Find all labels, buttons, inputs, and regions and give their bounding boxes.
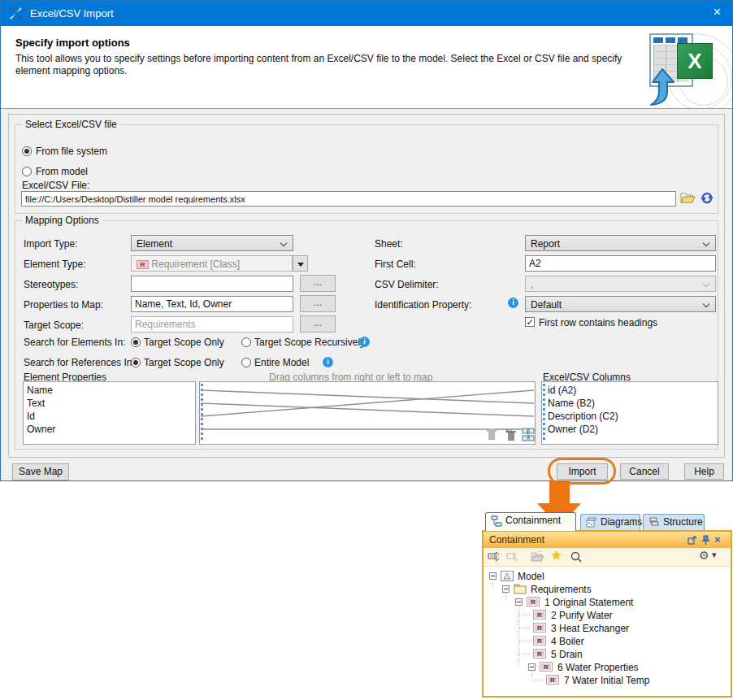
tree-item-label[interactable]: 4 Boiler (551, 636, 584, 647)
references-entire-model-label[interactable]: Entire Model (254, 357, 309, 368)
list-item[interactable]: Owner (D2) (542, 423, 718, 436)
mapping-canvas[interactable]: ALL (199, 381, 536, 445)
stereotypes-browse-button[interactable]: ... (300, 275, 336, 292)
from-model-radio[interactable] (22, 167, 32, 176)
list-item[interactable]: Text (24, 397, 195, 410)
float-window-icon[interactable] (687, 534, 698, 546)
first-row-checkbox[interactable]: ✓ (525, 317, 535, 327)
tree-item-label[interactable]: Model (518, 571, 544, 582)
options-gear-icon[interactable]: ⚙ (699, 549, 713, 563)
browse-folder-icon[interactable] (680, 190, 696, 208)
references-entire-model-radio[interactable] (241, 358, 251, 367)
options-dropdown-icon[interactable]: ▾ (712, 550, 726, 563)
import-type-label: Import Type: (24, 238, 77, 250)
tree-item-label[interactable]: 5 Drain (551, 649, 583, 660)
list-item[interactable]: Id (24, 410, 195, 423)
references-target-scope-only-label[interactable]: Target Scope Only (144, 357, 224, 368)
elements-target-scope-only-label[interactable]: Target Scope Only (144, 337, 224, 348)
import-type-combo[interactable]: Element (131, 235, 293, 251)
identification-property-value: Default (531, 299, 562, 311)
properties-browse-button[interactable]: ... (300, 295, 336, 312)
first-row-checkbox-label[interactable]: First row contains headings (539, 317, 657, 328)
requirement-icon: R (533, 649, 546, 659)
excel-import-icon: X (643, 28, 727, 107)
excel-columns-list[interactable]: id (A2) Name (B2) Description (C2) Owner… (541, 381, 718, 445)
tree-item-label[interactable]: 2 Purify Water (551, 610, 613, 621)
list-item[interactable]: Description (C2) (542, 410, 718, 423)
requirement-icon: R (533, 636, 546, 646)
remove-all-mappings-icon[interactable]: ALL (505, 428, 518, 441)
refresh-icon[interactable] (700, 190, 714, 208)
close-icon[interactable]: × (713, 5, 721, 20)
properties-to-map-label: Properties to Map: (24, 299, 103, 311)
search-references-label: Search for References In: (24, 357, 135, 368)
stereotypes-input[interactable] (131, 276, 293, 292)
references-target-scope-only-radio[interactable] (131, 358, 141, 367)
requirement-icon: R (533, 610, 546, 620)
elements-target-scope-recursively-radio[interactable] (241, 337, 251, 347)
from-model-label[interactable]: From model (36, 166, 88, 177)
help-button[interactable]: Help (684, 463, 724, 480)
element-type-dropdown-button[interactable] (293, 255, 308, 272)
collapse-expander-icon[interactable] (502, 585, 510, 593)
package-icon (514, 584, 527, 594)
quick-search-icon[interactable] (570, 550, 583, 564)
tree-item-label[interactable]: Requirements (531, 584, 592, 595)
list-item[interactable]: id (A2) (542, 384, 718, 397)
import-button[interactable]: Import (557, 463, 608, 480)
filter-tree-disabled-icon (506, 550, 520, 564)
tree-item-label[interactable]: 1 Original Statement (544, 597, 633, 608)
search-references-info-icon[interactable]: i (323, 357, 333, 367)
close-panel-icon[interactable]: × (714, 533, 726, 545)
remove-mapping-icon[interactable] (486, 428, 500, 441)
identification-info-icon[interactable]: i (508, 298, 518, 308)
excel-x-icon: X (677, 43, 713, 79)
containment-panel-header[interactable]: Containment × (484, 532, 731, 548)
from-file-system-radio[interactable] (22, 146, 32, 156)
tab-label: Diagrams (601, 516, 642, 528)
target-scope-input (131, 316, 293, 333)
filter-tree-icon[interactable] (488, 550, 501, 564)
first-cell-input[interactable] (525, 255, 716, 272)
tree-item-label[interactable]: 7 Water Initial Temp (564, 675, 649, 686)
target-scope-browse-button[interactable]: ... (300, 315, 336, 333)
elements-target-scope-only-radio[interactable] (131, 337, 141, 347)
map-by-name-icon[interactable] (522, 428, 536, 441)
chevron-down-icon (703, 240, 709, 246)
file-path-input[interactable] (21, 191, 676, 207)
save-map-button[interactable]: Save Map (12, 463, 69, 480)
containment-toolbar: ★ ⚙ ▾ (484, 548, 731, 567)
cancel-button[interactable]: Cancel (620, 463, 669, 480)
tab-diagrams[interactable]: Diagrams (580, 514, 640, 530)
csv-delimiter-label: CSV Delimiter: (375, 279, 439, 290)
excel-csv-import-dialog: Excel/CSV Import × Specify import option… (0, 0, 733, 481)
element-type-label: Element Type: (24, 259, 86, 270)
sheet-combo[interactable]: Report (525, 235, 716, 251)
pin-icon[interactable] (700, 534, 712, 546)
element-properties-list[interactable]: Name Text Id Owner (23, 381, 196, 445)
tab-structure[interactable]: Structure (643, 514, 705, 530)
containment-tree[interactable]: Model Requirements R 1 Original Statemen… (484, 567, 731, 696)
stereotypes-label: Stereotypes: (24, 279, 78, 290)
collapse-expander-icon[interactable] (515, 598, 523, 606)
tree-item-label[interactable]: 6 Water Properties (557, 662, 639, 673)
list-item[interactable]: Name (24, 384, 195, 397)
collapse-expander-icon[interactable] (528, 663, 536, 671)
from-file-system-label[interactable]: From file system (36, 146, 107, 157)
list-item[interactable]: Name (B2) (542, 397, 718, 410)
elements-target-scope-recursively-label[interactable]: Target Scope Recursively (254, 337, 365, 348)
dialog-titlebar[interactable]: Excel/CSV Import × (1, 1, 732, 26)
favorites-star-icon[interactable]: ★ (551, 548, 565, 562)
collapse-expander-icon[interactable] (489, 572, 497, 580)
tab-label: Containment (505, 515, 561, 526)
containment-tab-icon (491, 515, 502, 527)
properties-to-map-input[interactable] (131, 296, 293, 312)
identification-property-combo[interactable]: Default (525, 296, 716, 312)
chevron-down-icon (703, 301, 709, 307)
tree-item-label[interactable]: 3 Heat Exchanger (551, 623, 629, 634)
tab-label: Structure (663, 516, 703, 528)
tab-containment[interactable]: Containment (485, 512, 576, 531)
search-elements-info-icon[interactable]: i (359, 337, 370, 347)
header-description: This tool allows you to specify settings… (15, 53, 635, 77)
list-item[interactable]: Owner (24, 423, 195, 436)
